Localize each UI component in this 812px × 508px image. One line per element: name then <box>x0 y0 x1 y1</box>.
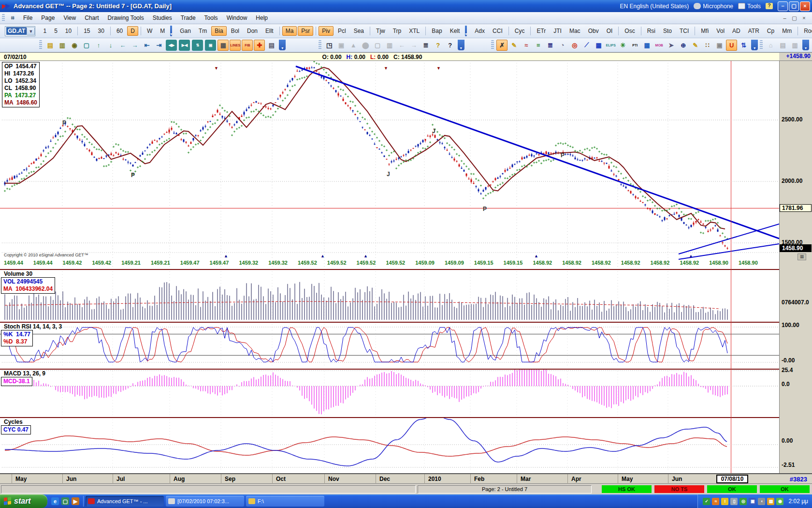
indicator-button-adx[interactable]: Adx <box>471 26 488 36</box>
lines-toggle-icon[interactable]: LINES <box>230 40 241 51</box>
timeframe-button-w[interactable]: W <box>144 26 156 36</box>
time-clock-icon[interactable]: ◔ <box>557 40 568 51</box>
menu-item-drawing-tools[interactable]: Drawing Tools <box>103 13 148 23</box>
indicator-button-rsi[interactable]: Rsi <box>644 26 659 36</box>
study-button-ma[interactable]: Ma <box>282 26 297 36</box>
menu-item-tools[interactable]: Tools <box>200 13 222 23</box>
menu-item-help[interactable]: Help <box>251 13 272 23</box>
language-tools-button[interactable]: Tools <box>738 3 761 10</box>
far-overflow-button[interactable]: ▾ <box>802 40 809 50</box>
pti-icon[interactable]: PTI <box>629 40 640 51</box>
timeframe-button-5[interactable]: 5 <box>51 26 61 36</box>
indicator-button-cyc[interactable]: Cyc <box>511 26 528 36</box>
gann-fan-icon[interactable]: ⟋ <box>581 40 592 51</box>
timeframe-button-1[interactable]: 1 <box>40 26 50 36</box>
taskbar-button-folder[interactable]: F:\ <box>246 496 324 507</box>
delete-icon[interactable]: ▥ <box>384 40 395 51</box>
mdi-close-button[interactable]: × <box>800 15 808 22</box>
study-button-psr[interactable]: Psr <box>298 26 313 36</box>
blank-page-icon[interactable]: ▢ <box>372 40 383 51</box>
indicator-button-obv[interactable]: Obv <box>585 26 602 36</box>
close-button[interactable]: × <box>800 1 810 11</box>
pencil-icon[interactable]: ✎ <box>508 40 520 51</box>
drawing-overflow-button[interactable]: ▾ <box>751 40 758 50</box>
indicator-button-sto[interactable]: Sto <box>660 26 675 36</box>
tray-antivirus-icon[interactable]: ✓ <box>703 498 710 505</box>
symbol-combobox[interactable]: GD.AT ▼ <box>5 26 35 36</box>
indicator-button-tci[interactable]: TCI <box>676 26 692 36</box>
record-icon[interactable]: ◉ <box>69 40 80 51</box>
macd-panel[interactable]: MACD 13, 26, 9 MCD-38.1 <box>0 370 779 417</box>
study-button-bap[interactable]: Bap <box>428 26 445 36</box>
study-button-sea[interactable]: Sea <box>350 26 367 36</box>
target-icon[interactable]: ◎ <box>569 40 580 51</box>
step-left-icon[interactable]: ⇤ <box>141 40 152 51</box>
redo-icon[interactable]: → <box>408 40 420 51</box>
menu-item-trade[interactable]: Trade <box>176 13 200 23</box>
fill-icon[interactable]: ▲ <box>348 40 359 51</box>
language-help-button[interactable]: ? <box>766 3 773 9</box>
snapshot-icon[interactable]: ▣ <box>336 40 347 51</box>
indicator-button-mm[interactable]: Mm <box>779 26 795 36</box>
study-button-bol[interactable]: Bol <box>228 26 243 36</box>
tray-pdf-icon[interactable]: ▣ <box>749 498 756 505</box>
study-button-tm[interactable]: Tm <box>195 26 210 36</box>
toolbar-grip[interactable] <box>2 14 5 22</box>
study-button-bia[interactable]: Bia <box>211 26 226 36</box>
price-chart-panel[interactable]: PPJJPP▼▼▼▲▲▲▲▲ OP 1454.47HI 1473.26LO 14… <box>0 61 779 269</box>
crosshair-toggle-icon[interactable]: ✚ <box>254 40 265 51</box>
grid-toggle-icon[interactable]: ▦ <box>218 40 229 51</box>
minimize-button[interactable]: – <box>778 1 788 11</box>
grid-icon[interactable]: ▦ <box>593 40 604 51</box>
timeframe-button-60[interactable]: 60 <box>113 26 126 36</box>
andrews-icon[interactable]: ✳ <box>617 40 628 51</box>
cycles-panel[interactable]: Cycles CYC 0.47 <box>0 418 779 473</box>
compress-horizontal-icon[interactable]: ▶◀ <box>179 40 190 51</box>
zoom-out-icon[interactable]: ▤ <box>777 40 788 51</box>
view-overflow-button[interactable]: ▾ <box>458 40 464 50</box>
study-button-tjw[interactable]: Tjw <box>373 26 389 36</box>
magnet-icon[interactable]: U <box>726 40 737 51</box>
study-button-trp[interactable]: Trp <box>390 26 405 36</box>
study-button-gan[interactable]: Gan <box>176 26 194 36</box>
copy-pages-icon[interactable]: ▣ <box>714 40 725 51</box>
tray-usb-icon[interactable]: ▯ <box>730 498 738 505</box>
indicator-button-osc[interactable]: Osc <box>621 26 638 36</box>
indicator-button-ad[interactable]: AD <box>729 26 744 36</box>
undo-icon[interactable]: ← <box>396 40 407 51</box>
layout-boxes-icon[interactable]: ∷ <box>702 40 713 51</box>
timeframe-button-m[interactable]: M <box>157 26 168 36</box>
indicator-button-jti[interactable]: JTI <box>550 26 565 36</box>
tray-volume-icon[interactable]: ◖ <box>758 498 765 505</box>
study-button-kelt[interactable]: Kelt <box>447 26 464 36</box>
file-overflow-button[interactable]: ▾ <box>279 40 286 50</box>
indicator-button-etr[interactable]: ETr <box>533 26 549 36</box>
horizontal-lines-icon[interactable]: ≡ <box>533 40 544 51</box>
tray-esignal-icon[interactable]: ◎ <box>740 498 747 505</box>
timeframe-button-15[interactable]: 15 <box>80 26 93 36</box>
view-toolbar-grip[interactable] <box>319 40 321 50</box>
step-right-icon[interactable]: ⇥ <box>153 40 164 51</box>
tray-display-icon[interactable]: ◉ <box>776 498 783 505</box>
study-button-pcl[interactable]: Pcl <box>334 26 349 36</box>
indicator-button-vol[interactable]: Vol <box>713 26 728 36</box>
menu-item-window[interactable]: Window <box>222 13 252 23</box>
study-button-ellt[interactable]: Ellt <box>262 26 277 36</box>
properties-icon[interactable]: ▤ <box>266 40 277 51</box>
refresh-icon[interactable]: ▢ <box>81 40 92 51</box>
far-toolbar-grip[interactable] <box>760 40 763 50</box>
ellipse-tool-icon[interactable]: ⬤ <box>360 40 371 51</box>
home-icon[interactable]: ⌂ <box>765 40 776 51</box>
tray-java-icon[interactable]: ≈ <box>712 498 719 505</box>
mdi-restore-button[interactable]: ▢ <box>790 15 798 22</box>
study-button-piv[interactable]: Piv <box>319 26 334 36</box>
indicator-button-atr[interactable]: ATR <box>745 26 763 36</box>
file-toolbar-grip[interactable] <box>39 40 42 50</box>
mob-grid-icon[interactable]: ▦ <box>641 40 652 51</box>
browser-icon[interactable]: e <box>51 497 59 505</box>
elips-icon[interactable]: ELIPS <box>605 40 616 51</box>
zigzag-lines-icon[interactable]: ≈ <box>521 40 532 51</box>
templates-icon[interactable]: ▥ <box>57 40 68 51</box>
timeframe-button-30[interactable]: 30 <box>95 26 108 36</box>
menu-item-page[interactable]: Page <box>37 13 59 23</box>
